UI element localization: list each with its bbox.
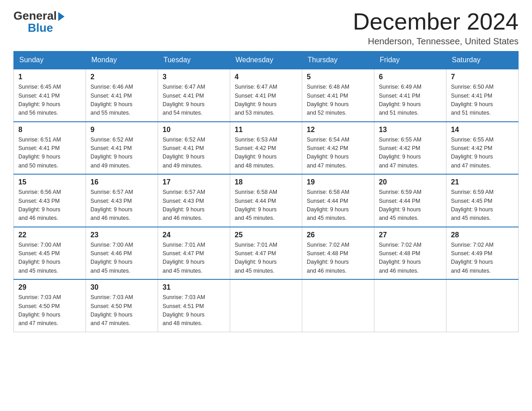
calendar-day-cell: 15Sunrise: 6:56 AMSunset: 4:43 PMDayligh… bbox=[14, 174, 86, 227]
day-number: 14 bbox=[451, 126, 514, 134]
calendar-day-cell: 10Sunrise: 6:52 AMSunset: 4:41 PMDayligh… bbox=[158, 122, 230, 175]
calendar-week-row: 15Sunrise: 6:56 AMSunset: 4:43 PMDayligh… bbox=[14, 174, 519, 227]
calendar-day-cell: 9Sunrise: 6:52 AMSunset: 4:41 PMDaylight… bbox=[86, 122, 158, 175]
calendar-day-cell: 13Sunrise: 6:55 AMSunset: 4:42 PMDayligh… bbox=[374, 122, 446, 175]
calendar-empty-cell bbox=[230, 279, 302, 332]
calendar-day-cell: 1Sunrise: 6:45 AMSunset: 4:41 PMDaylight… bbox=[14, 69, 86, 122]
calendar-day-cell: 24Sunrise: 7:01 AMSunset: 4:47 PMDayligh… bbox=[158, 227, 230, 280]
day-info: Sunrise: 6:55 AMSunset: 4:42 PMDaylight:… bbox=[379, 136, 442, 171]
calendar-day-cell: 23Sunrise: 7:00 AMSunset: 4:46 PMDayligh… bbox=[86, 227, 158, 280]
day-info: Sunrise: 6:52 AMSunset: 4:41 PMDaylight:… bbox=[163, 136, 225, 171]
calendar-week-row: 22Sunrise: 7:00 AMSunset: 4:45 PMDayligh… bbox=[14, 227, 519, 280]
calendar-empty-cell bbox=[302, 279, 374, 332]
calendar-day-cell: 7Sunrise: 6:50 AMSunset: 4:41 PMDaylight… bbox=[446, 69, 519, 122]
calendar-day-cell: 17Sunrise: 6:57 AMSunset: 4:43 PMDayligh… bbox=[158, 174, 230, 227]
day-info: Sunrise: 6:56 AMSunset: 4:43 PMDaylight:… bbox=[18, 188, 81, 223]
calendar-header-row: SundayMondayTuesdayWednesdayThursdayFrid… bbox=[14, 51, 519, 69]
day-info: Sunrise: 7:03 AMSunset: 4:50 PMDaylight:… bbox=[90, 293, 153, 328]
day-info: Sunrise: 6:55 AMSunset: 4:42 PMDaylight:… bbox=[451, 136, 514, 171]
day-number: 28 bbox=[451, 231, 514, 239]
calendar-week-row: 1Sunrise: 6:45 AMSunset: 4:41 PMDaylight… bbox=[14, 69, 519, 122]
day-info: Sunrise: 7:00 AMSunset: 4:45 PMDaylight:… bbox=[18, 241, 81, 276]
day-info: Sunrise: 7:03 AMSunset: 4:51 PMDaylight:… bbox=[163, 293, 225, 328]
calendar-day-cell: 2Sunrise: 6:46 AMSunset: 4:41 PMDaylight… bbox=[86, 69, 158, 122]
day-number: 26 bbox=[307, 231, 369, 239]
day-number: 4 bbox=[235, 73, 297, 81]
day-number: 18 bbox=[235, 178, 297, 186]
day-number: 10 bbox=[163, 126, 225, 134]
calendar-header-sunday: Sunday bbox=[14, 51, 86, 69]
day-number: 19 bbox=[307, 178, 369, 186]
day-number: 12 bbox=[307, 126, 369, 134]
day-number: 21 bbox=[451, 178, 514, 186]
calendar-table: SundayMondayTuesdayWednesdayThursdayFrid… bbox=[13, 51, 519, 332]
day-number: 30 bbox=[90, 283, 153, 291]
day-number: 1 bbox=[18, 73, 81, 81]
calendar-day-cell: 22Sunrise: 7:00 AMSunset: 4:45 PMDayligh… bbox=[14, 227, 86, 280]
calendar-day-cell: 21Sunrise: 6:59 AMSunset: 4:45 PMDayligh… bbox=[446, 174, 519, 227]
day-info: Sunrise: 6:53 AMSunset: 4:42 PMDaylight:… bbox=[235, 136, 297, 171]
day-info: Sunrise: 7:01 AMSunset: 4:47 PMDaylight:… bbox=[163, 241, 225, 276]
calendar-week-row: 29Sunrise: 7:03 AMSunset: 4:50 PMDayligh… bbox=[14, 279, 519, 332]
day-info: Sunrise: 7:00 AMSunset: 4:46 PMDaylight:… bbox=[90, 241, 153, 276]
calendar-week-row: 8Sunrise: 6:51 AMSunset: 4:41 PMDaylight… bbox=[14, 122, 519, 175]
day-info: Sunrise: 7:02 AMSunset: 4:48 PMDaylight:… bbox=[307, 241, 369, 276]
day-number: 11 bbox=[235, 126, 297, 134]
day-info: Sunrise: 6:49 AMSunset: 4:41 PMDaylight:… bbox=[379, 83, 442, 118]
calendar-day-cell: 30Sunrise: 7:03 AMSunset: 4:50 PMDayligh… bbox=[86, 279, 158, 332]
day-number: 15 bbox=[18, 178, 81, 186]
calendar-header-saturday: Saturday bbox=[446, 51, 519, 69]
page-header: General Blue December 2024 Henderson, Te… bbox=[13, 9, 519, 47]
calendar-header-monday: Monday bbox=[86, 51, 158, 69]
logo: General Blue bbox=[13, 9, 64, 35]
calendar-day-cell: 14Sunrise: 6:55 AMSunset: 4:42 PMDayligh… bbox=[446, 122, 519, 175]
day-info: Sunrise: 6:57 AMSunset: 4:43 PMDaylight:… bbox=[163, 188, 225, 223]
calendar-day-cell: 26Sunrise: 7:02 AMSunset: 4:48 PMDayligh… bbox=[302, 227, 374, 280]
calendar-header-tuesday: Tuesday bbox=[158, 51, 230, 69]
calendar-day-cell: 29Sunrise: 7:03 AMSunset: 4:50 PMDayligh… bbox=[14, 279, 86, 332]
day-number: 2 bbox=[90, 73, 153, 81]
day-info: Sunrise: 6:46 AMSunset: 4:41 PMDaylight:… bbox=[90, 83, 153, 118]
day-info: Sunrise: 6:50 AMSunset: 4:41 PMDaylight:… bbox=[451, 83, 514, 118]
day-number: 27 bbox=[379, 231, 442, 239]
location-text: Henderson, Tennessee, United States bbox=[353, 36, 519, 47]
day-info: Sunrise: 7:01 AMSunset: 4:47 PMDaylight:… bbox=[235, 241, 297, 276]
day-info: Sunrise: 6:52 AMSunset: 4:41 PMDaylight:… bbox=[90, 136, 153, 171]
calendar-day-cell: 16Sunrise: 6:57 AMSunset: 4:43 PMDayligh… bbox=[86, 174, 158, 227]
calendar-header-wednesday: Wednesday bbox=[230, 51, 302, 69]
month-title: December 2024 bbox=[353, 9, 519, 34]
calendar-day-cell: 28Sunrise: 7:02 AMSunset: 4:49 PMDayligh… bbox=[446, 227, 519, 280]
day-number: 3 bbox=[163, 73, 225, 81]
day-info: Sunrise: 6:45 AMSunset: 4:41 PMDaylight:… bbox=[18, 83, 81, 118]
calendar-day-cell: 31Sunrise: 7:03 AMSunset: 4:51 PMDayligh… bbox=[158, 279, 230, 332]
calendar-day-cell: 8Sunrise: 6:51 AMSunset: 4:41 PMDaylight… bbox=[14, 122, 86, 175]
day-number: 17 bbox=[163, 178, 225, 186]
calendar-day-cell: 6Sunrise: 6:49 AMSunset: 4:41 PMDaylight… bbox=[374, 69, 446, 122]
calendar-day-cell: 3Sunrise: 6:47 AMSunset: 4:41 PMDaylight… bbox=[158, 69, 230, 122]
day-number: 23 bbox=[90, 231, 153, 239]
day-number: 22 bbox=[18, 231, 81, 239]
calendar-day-cell: 4Sunrise: 6:47 AMSunset: 4:41 PMDaylight… bbox=[230, 69, 302, 122]
day-number: 29 bbox=[18, 283, 81, 291]
day-info: Sunrise: 6:51 AMSunset: 4:41 PMDaylight:… bbox=[18, 136, 81, 171]
day-number: 13 bbox=[379, 126, 442, 134]
calendar-day-cell: 18Sunrise: 6:58 AMSunset: 4:44 PMDayligh… bbox=[230, 174, 302, 227]
day-number: 16 bbox=[90, 178, 153, 186]
day-number: 9 bbox=[90, 126, 153, 134]
calendar-header-friday: Friday bbox=[374, 51, 446, 69]
day-info: Sunrise: 6:58 AMSunset: 4:44 PMDaylight:… bbox=[307, 188, 369, 223]
logo-blue-text: Blue bbox=[28, 21, 53, 35]
day-number: 6 bbox=[379, 73, 442, 81]
day-info: Sunrise: 6:47 AMSunset: 4:41 PMDaylight:… bbox=[235, 83, 297, 118]
day-info: Sunrise: 6:58 AMSunset: 4:44 PMDaylight:… bbox=[235, 188, 297, 223]
day-info: Sunrise: 6:47 AMSunset: 4:41 PMDaylight:… bbox=[163, 83, 225, 118]
title-section: December 2024 Henderson, Tennessee, Unit… bbox=[353, 9, 519, 47]
calendar-day-cell: 25Sunrise: 7:01 AMSunset: 4:47 PMDayligh… bbox=[230, 227, 302, 280]
calendar-empty-cell bbox=[446, 279, 519, 332]
day-number: 5 bbox=[307, 73, 369, 81]
calendar-day-cell: 19Sunrise: 6:58 AMSunset: 4:44 PMDayligh… bbox=[302, 174, 374, 227]
day-info: Sunrise: 6:59 AMSunset: 4:45 PMDaylight:… bbox=[451, 188, 514, 223]
day-info: Sunrise: 7:03 AMSunset: 4:50 PMDaylight:… bbox=[18, 293, 81, 328]
day-info: Sunrise: 6:59 AMSunset: 4:44 PMDaylight:… bbox=[379, 188, 442, 223]
day-info: Sunrise: 6:54 AMSunset: 4:42 PMDaylight:… bbox=[307, 136, 369, 171]
